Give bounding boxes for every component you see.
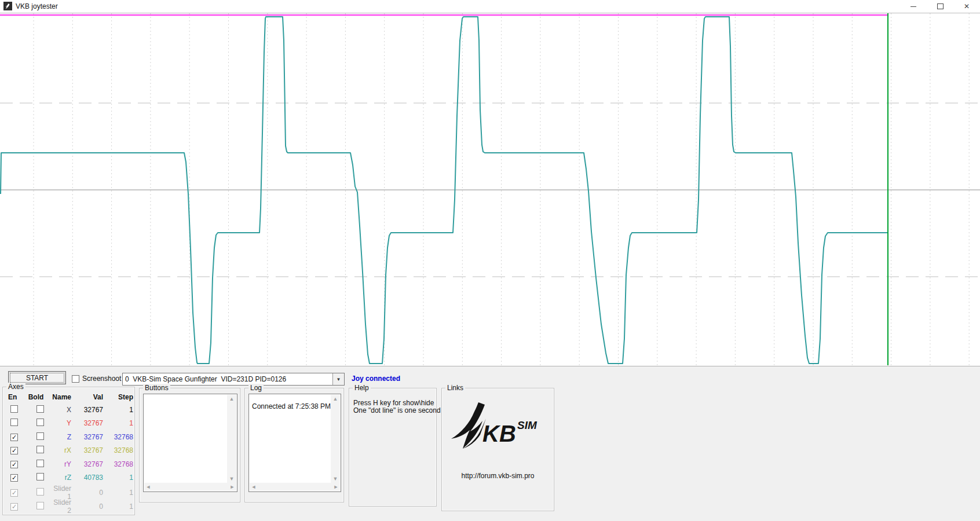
- scroll-up-icon[interactable]: ▲: [331, 395, 340, 403]
- title-bar: VKB joytester ✕: [0, 0, 980, 13]
- axes-header-en: En: [3, 393, 24, 401]
- axis-step: 1: [104, 474, 134, 482]
- axis-name: rZ: [48, 474, 72, 482]
- app-window: VKB joytester ✕ START Screenshoot 0 VKB-…: [0, 0, 980, 521]
- vkb-sim-logo: KB SIM: [445, 401, 551, 458]
- scroll-up-icon[interactable]: ▲: [227, 395, 236, 403]
- links-groupbox: Links KB SIM http://forum.vkb-sim.pro: [441, 388, 554, 511]
- axes-groupbox-title: Axes: [6, 383, 25, 391]
- enable-checkbox[interactable]: ✓: [10, 474, 18, 482]
- axis-value: 32767: [72, 460, 104, 468]
- axis-name: Slider 2: [48, 498, 72, 515]
- buttons-horizontal-scrollbar[interactable]: ◄ ►: [144, 483, 236, 491]
- bold-checkbox: [36, 502, 44, 509]
- vkb-app-icon: [3, 2, 12, 10]
- axis-value: 32767: [72, 419, 104, 427]
- enable-checkbox[interactable]: ✓: [10, 434, 18, 441]
- close-icon: ✕: [964, 3, 970, 10]
- svg-text:SIM: SIM: [517, 419, 537, 431]
- chart-canvas: [0, 13, 980, 366]
- axes-header-name: Name: [48, 393, 72, 401]
- enable-checkbox[interactable]: ✓: [10, 461, 18, 468]
- axis-name: Y: [48, 419, 72, 427]
- log-groupbox-title: Log: [248, 384, 264, 392]
- axes-row-slider2: ✓Slider 201: [3, 498, 134, 512]
- axes-groupbox: Axes EnBoldNameValStepX327671Y327671✓Z32…: [2, 387, 135, 515]
- axes-row-y: Y327671: [3, 417, 134, 431]
- buttons-vertical-scrollbar[interactable]: ▲ ▼: [227, 395, 236, 483]
- help-groupbox-title: Help: [353, 384, 371, 392]
- axis-name: X: [48, 406, 72, 414]
- enable-checkbox[interactable]: [10, 405, 18, 413]
- axis-value: 32767: [72, 446, 104, 454]
- axes-header-val: Val: [72, 393, 104, 401]
- axis-name: rX: [48, 446, 72, 454]
- axis-value: 32767: [72, 433, 104, 441]
- bold-checkbox[interactable]: [36, 446, 44, 453]
- scroll-down-icon[interactable]: ▼: [227, 475, 236, 483]
- axis-value: 0: [72, 502, 104, 511]
- scroll-left-icon[interactable]: ◄: [250, 483, 258, 491]
- axis-name: Z: [48, 433, 72, 441]
- axis-step: 32768: [104, 460, 134, 468]
- buttons-groupbox: Buttons ▲ ▼ ◄ ►: [139, 388, 240, 502]
- axis-step: 32768: [104, 433, 134, 441]
- enable-checkbox[interactable]: ✓: [10, 447, 18, 454]
- help-text-line: Press H key for show\hide: [353, 399, 434, 407]
- axis-value: 32767: [72, 406, 104, 414]
- close-button[interactable]: ✕: [953, 0, 980, 13]
- bold-checkbox[interactable]: [36, 473, 44, 480]
- axes-row-rz: ✓rZ407831: [3, 471, 134, 485]
- screenshot-checkbox[interactable]: [72, 375, 79, 383]
- axis-step: 1: [104, 419, 134, 427]
- dropdown-arrow-icon[interactable]: ▼: [332, 373, 344, 385]
- axis-step: 32768: [104, 446, 134, 454]
- maximize-icon: [937, 3, 944, 9]
- enable-checkbox[interactable]: [10, 419, 18, 426]
- axis-step: 1: [104, 406, 134, 414]
- axes-table-header: EnBoldNameValStep: [3, 391, 134, 403]
- device-selected-value: 0 VKB-Sim Space Gunfighter VID=231D PID=…: [125, 375, 286, 383]
- axes-table: EnBoldNameValStepX327671Y327671✓Z3276732…: [3, 391, 134, 512]
- enable-checkbox: ✓: [10, 489, 18, 497]
- window-title: VKB joytester: [16, 2, 58, 10]
- maximize-button[interactable]: [927, 0, 953, 13]
- axis-value: 40783: [72, 474, 104, 482]
- minimize-icon: [910, 6, 916, 7]
- scroll-right-icon[interactable]: ►: [228, 483, 236, 491]
- svg-text:KB: KB: [482, 421, 516, 446]
- bold-checkbox[interactable]: [36, 405, 44, 413]
- axis-value: 0: [72, 489, 104, 497]
- screenshot-checkbox-label[interactable]: Screenshoot: [82, 375, 121, 383]
- bold-checkbox: [36, 488, 44, 496]
- axes-row-x: X327671: [3, 403, 134, 417]
- minimize-button[interactable]: [900, 0, 927, 13]
- scroll-down-icon[interactable]: ▼: [331, 475, 340, 483]
- axes-header-bold: Bold: [24, 393, 48, 401]
- axes-row-slider1: ✓Slider 101: [3, 485, 134, 498]
- log-horizontal-scrollbar[interactable]: ◄ ►: [250, 483, 340, 491]
- bold-checkbox[interactable]: [36, 432, 44, 440]
- log-groupbox: Log Connected at 7:25:38 PM ▲ ▼ ◄ ►: [244, 388, 344, 502]
- log-listbox[interactable]: Connected at 7:25:38 PM ▲ ▼ ◄ ►: [248, 394, 341, 492]
- axes-header-step: Step: [104, 393, 134, 401]
- bold-checkbox[interactable]: [36, 419, 44, 426]
- control-panel: START Screenshoot 0 VKB-Sim Space Gunfig…: [0, 366, 980, 521]
- forum-url-link[interactable]: http://forum.vkb-sim.pro: [442, 472, 554, 480]
- log-entry: Connected at 7:25:38 PM: [252, 402, 331, 410]
- axis-name: rY: [48, 460, 72, 468]
- axis-trace-chart: [0, 13, 980, 366]
- buttons-groupbox-title: Buttons: [143, 384, 170, 392]
- window-controls: ✕: [900, 0, 980, 13]
- buttons-listbox[interactable]: ▲ ▼ ◄ ►: [143, 394, 237, 492]
- log-vertical-scrollbar[interactable]: ▲ ▼: [331, 395, 340, 483]
- scroll-right-icon[interactable]: ►: [332, 483, 340, 491]
- axes-row-rx: ✓rX3276732768: [3, 444, 134, 458]
- axis-step: 1: [104, 502, 134, 511]
- axis-step: 1: [104, 489, 134, 497]
- bold-checkbox[interactable]: [36, 460, 44, 467]
- joy-connected-status: Joy connected: [352, 375, 400, 383]
- scroll-left-icon[interactable]: ◄: [144, 483, 152, 491]
- enable-checkbox: ✓: [10, 503, 18, 511]
- axes-row-z: ✓Z3276732768: [3, 430, 134, 444]
